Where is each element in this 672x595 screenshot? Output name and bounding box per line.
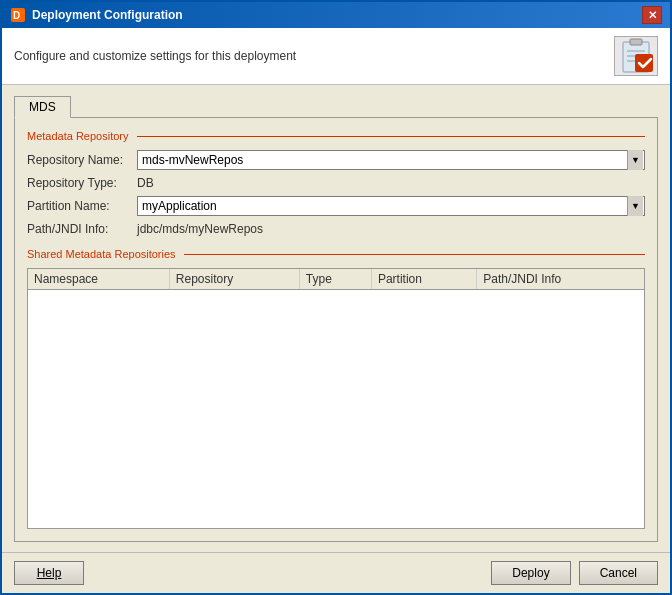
repository-type-row: Repository Type: DB — [27, 176, 645, 190]
title-bar-left: D Deployment Configuration — [10, 7, 183, 23]
app-icon: D — [10, 7, 26, 23]
metadata-repository-section-header: Metadata Repository — [27, 130, 645, 142]
repository-name-row: Repository Name: mds-mvNewRepos ▼ — [27, 150, 645, 170]
partition-name-select[interactable]: myApplication — [137, 196, 645, 216]
svg-text:D: D — [13, 10, 20, 21]
title-bar: D Deployment Configuration ✕ — [2, 2, 670, 28]
col-namespace: Namespace — [28, 269, 169, 290]
col-partition: Partition — [371, 269, 476, 290]
shared-metadata-label: Shared Metadata Repositories — [27, 248, 176, 260]
repository-name-select-wrapper: mds-mvNewRepos ▼ — [137, 150, 645, 170]
cancel-button[interactable]: Cancel — [579, 561, 658, 585]
path-jndi-label: Path/JNDI Info: — [27, 222, 137, 236]
window-title: Deployment Configuration — [32, 8, 183, 22]
header-bar: Configure and customize settings for thi… — [2, 28, 670, 85]
repository-type-label: Repository Type: — [27, 176, 137, 190]
shared-metadata-table: Namespace Repository Type Partition Path… — [28, 269, 644, 290]
tab-mds[interactable]: MDS — [14, 96, 71, 118]
col-repository: Repository — [169, 269, 299, 290]
tab-bar: MDS — [14, 95, 658, 117]
header-description: Configure and customize settings for thi… — [14, 49, 296, 63]
shared-metadata-section: Shared Metadata Repositories Namespace R… — [27, 248, 645, 529]
path-jndi-value: jdbc/mds/myNewRepos — [137, 222, 263, 236]
path-jndi-row: Path/JNDI Info: jdbc/mds/myNewRepos — [27, 222, 645, 236]
partition-name-select-wrapper: myApplication ▼ — [137, 196, 645, 216]
svg-rect-7 — [635, 54, 653, 72]
deploy-button[interactable]: Deploy — [491, 561, 570, 585]
col-path-jndi: Path/JNDI Info — [477, 269, 644, 290]
footer: Help Deploy Cancel — [2, 552, 670, 593]
repository-name-select[interactable]: mds-mvNewRepos — [137, 150, 645, 170]
svg-rect-3 — [630, 39, 642, 45]
close-button[interactable]: ✕ — [642, 6, 662, 24]
main-window: D Deployment Configuration ✕ Configure a… — [0, 0, 672, 595]
partition-name-label: Partition Name: — [27, 199, 137, 213]
repository-type-value: DB — [137, 176, 154, 190]
repository-name-label: Repository Name: — [27, 153, 137, 167]
content-area: MDS Metadata Repository Repository Name:… — [2, 85, 670, 552]
header-icon — [614, 36, 658, 76]
tab-content: Metadata Repository Repository Name: mds… — [14, 117, 658, 542]
shared-metadata-section-header: Shared Metadata Repositories — [27, 248, 645, 260]
footer-right: Deploy Cancel — [491, 561, 658, 585]
partition-name-row: Partition Name: myApplication ▼ — [27, 196, 645, 216]
shared-metadata-table-container: Namespace Repository Type Partition Path… — [27, 268, 645, 529]
metadata-repository-label: Metadata Repository — [27, 130, 129, 142]
clipboard-checkmark-icon — [617, 38, 655, 74]
help-button[interactable]: Help — [14, 561, 84, 585]
table-header: Namespace Repository Type Partition Path… — [28, 269, 644, 290]
col-type: Type — [299, 269, 371, 290]
table-header-row: Namespace Repository Type Partition Path… — [28, 269, 644, 290]
